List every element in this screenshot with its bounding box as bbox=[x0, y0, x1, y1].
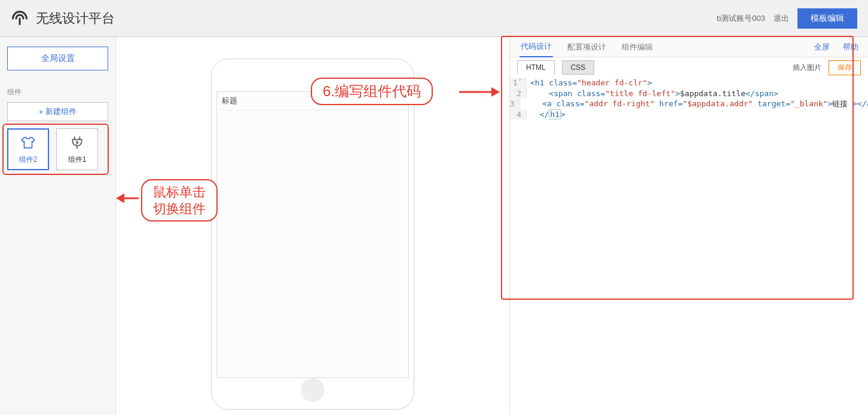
svg-marker-4 bbox=[116, 193, 124, 203]
editor-tabs: 代码设计 配置项设计 组件编辑 全屏 帮助 bbox=[510, 37, 868, 57]
plus-icon: + bbox=[39, 107, 44, 116]
logout-link[interactable]: 退出 bbox=[774, 13, 789, 24]
insert-image-link[interactable]: 插入图片 bbox=[793, 63, 821, 73]
new-component-label: 新建组件 bbox=[45, 106, 77, 117]
callout-click-switch-line2: 切换组件 bbox=[153, 201, 206, 217]
code-editor[interactable]: 1<h1 class="header fd-clr"> 2 <span clas… bbox=[510, 78, 868, 415]
components-section-label: 组件 bbox=[7, 87, 108, 97]
fullscreen-link[interactable]: 全屏 bbox=[814, 42, 830, 53]
topbar-right: b测试账号003 退出 模板编辑 bbox=[717, 8, 857, 29]
svg-marker-2 bbox=[491, 87, 500, 97]
phone-frame: 标题 链接 > bbox=[211, 59, 414, 410]
user-name: b测试账号003 bbox=[717, 13, 765, 24]
arrow-left-icon bbox=[116, 191, 140, 205]
help-link[interactable]: 帮助 bbox=[843, 42, 858, 53]
plug-icon bbox=[69, 134, 85, 151]
editor-panel: 代码设计 配置项设计 组件编辑 全屏 帮助 HTML CSS 插入图片 保存 1… bbox=[509, 37, 868, 415]
sidebar: 全局设置 组件 + 新建组件 组件2 组件1 bbox=[0, 37, 116, 415]
logo-area: 无线设计平台 bbox=[11, 10, 115, 27]
code-tab-html[interactable]: HTML bbox=[517, 60, 555, 75]
editor-toolbar: HTML CSS 插入图片 保存 bbox=[510, 57, 868, 78]
component-card-2-label: 组件2 bbox=[19, 155, 38, 165]
phone-screen: 标题 链接 > bbox=[216, 91, 409, 378]
code-tab-css[interactable]: CSS bbox=[562, 60, 595, 75]
tab-code-design[interactable]: 代码设计 bbox=[519, 37, 553, 57]
component-card-2[interactable]: 组件2 bbox=[7, 128, 49, 170]
arrow-right-icon bbox=[458, 85, 500, 99]
save-button[interactable]: 保存 bbox=[829, 60, 861, 75]
svg-rect-0 bbox=[19, 17, 21, 25]
tab-config-design[interactable]: 配置项设计 bbox=[566, 37, 607, 57]
global-settings-button[interactable]: 全局设置 bbox=[7, 47, 108, 70]
phone-home-button bbox=[301, 378, 325, 402]
component-grid: 组件2 组件1 bbox=[7, 128, 108, 170]
topbar: 无线设计平台 b测试账号003 退出 模板编辑 bbox=[0, 0, 868, 37]
callout-write-code: 6.编写组件代码 bbox=[311, 78, 433, 105]
tshirt-icon bbox=[20, 134, 36, 151]
callout-click-switch: 鼠标单击 切换组件 bbox=[141, 179, 218, 222]
component-card-1-label: 组件1 bbox=[68, 155, 87, 165]
app-title: 无线设计平台 bbox=[36, 10, 115, 27]
component-card-1[interactable]: 组件1 bbox=[56, 128, 98, 170]
callout-click-switch-line1: 鼠标单击 bbox=[153, 184, 206, 201]
new-component-button[interactable]: + 新建组件 bbox=[7, 102, 108, 121]
logo-icon bbox=[11, 10, 29, 27]
tab-component-edit[interactable]: 组件编辑 bbox=[621, 37, 654, 57]
preview-title: 标题 bbox=[222, 96, 237, 106]
template-edit-button[interactable]: 模板编辑 bbox=[797, 8, 857, 29]
main-area: 全局设置 组件 + 新建组件 组件2 组件1 bbox=[0, 37, 868, 415]
